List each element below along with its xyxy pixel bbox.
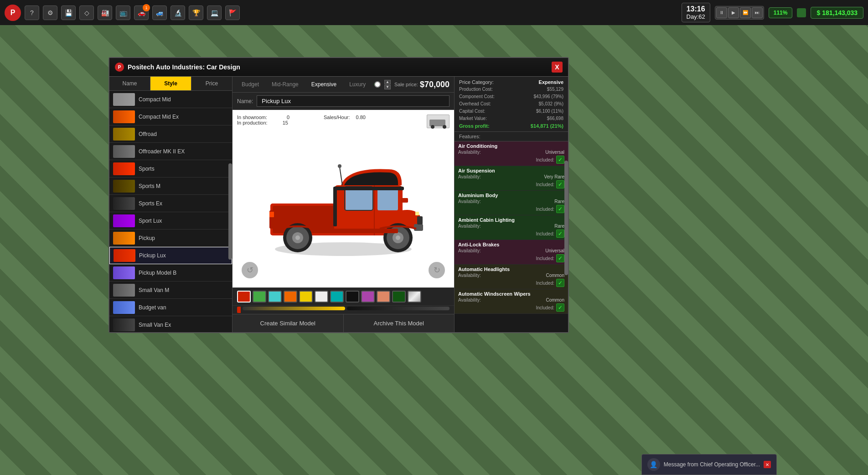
list-item[interactable]: Small Van M [109,282,232,299]
features-scrollbar-thumb[interactable] [564,161,568,275]
included-check[interactable]: ✓ [556,303,564,312]
color-black[interactable] [346,291,359,303]
color-red[interactable] [237,291,251,303]
included-label: Included: [536,157,554,162]
color-green[interactable] [253,291,266,303]
feature-name: Automatic Windscreen Wipers [458,291,564,297]
list-item[interactable]: Compact Mid Ex [109,108,232,125]
list-item[interactable]: Sports M [109,177,232,195]
brightness-slider[interactable] [347,307,450,310]
list-item[interactable]: Pickup [109,230,232,247]
expensive-tab[interactable]: Expensive [307,79,341,89]
car-name-label: Budget van [139,304,166,311]
archive-model-button[interactable]: Archive This Model [344,314,455,332]
marketing-button[interactable]: 🚗 1 [134,5,149,20]
color-cyan[interactable] [268,291,282,303]
features-section-label: Features: [455,132,568,141]
car-showroom-info: In showroom: 0 In production: 15 [237,115,289,125]
included-check[interactable]: ✓ [556,205,564,213]
included-check[interactable]: ✓ [556,156,564,164]
tab-price[interactable]: Price [191,77,232,90]
notification-close-button[interactable]: ✕ [764,461,771,468]
help-button[interactable]: ? [25,5,39,20]
list-item[interactable]: Offroader MK II EX [109,143,232,160]
feature-aluminium-body: Aluminium Body Availability: Rare Includ… [455,191,568,215]
car-name-label: Offroader MK II EX [139,148,185,155]
research-button[interactable]: 🔬 [170,5,185,20]
trophy-button[interactable]: 🏆 [189,5,203,20]
list-item[interactable]: Compact Mid [109,91,232,108]
feature-air-conditioning: Air Conditioning Availability: Universal… [455,141,568,166]
luxury-tab[interactable]: Luxury [345,79,370,89]
feature-auto-wipers: Automatic Windscreen Wipers Availability… [455,289,568,314]
fast-forward-button[interactable]: ⏩ [740,7,751,18]
included-check[interactable]: ✓ [556,180,564,188]
app-logo-icon[interactable]: P [5,5,21,21]
availability-value: Universal [545,248,564,253]
included-check[interactable]: ✓ [556,279,564,287]
price-down-arrow[interactable]: ▼ [384,85,391,89]
car-name-label: Small Van Ex [139,322,171,328]
availability-value: Very Rare [544,174,564,179]
mid-range-tab[interactable]: Mid-Range [267,79,303,89]
svg-rect-26 [316,229,398,233]
monitor-button[interactable]: 💻 [207,5,222,20]
tab-name[interactable]: Name [109,77,150,90]
price-row: Budget Mid-Range Expensive Luxury ▲ ▼ Sa… [232,77,454,93]
production-cost-label: Production Cost: [459,86,493,93]
color-teal[interactable] [330,291,344,303]
gross-profit-label: Gross profit: [459,123,490,129]
settings-button[interactable]: ⚙ [43,5,57,20]
svg-rect-4 [346,188,373,210]
color-metallic[interactable] [408,291,421,303]
included-check[interactable]: ✓ [556,254,564,262]
rotate-right-button[interactable]: ↻ [429,262,445,278]
svg-rect-12 [269,212,274,217]
list-item[interactable]: Sports [109,160,232,177]
color-yellow[interactable] [299,291,313,303]
slider-handle-left [237,307,241,313]
price-up-arrow[interactable]: ▲ [384,80,391,84]
overhead-cost-row: Overhead Cost: $5,032 (9%) [459,100,563,108]
scrollbar-thumb[interactable] [228,163,232,260]
list-item[interactable]: Sports Ex [109,195,232,212]
factory-button[interactable]: 🏭 [98,5,112,20]
car-thumbnail [113,318,135,331]
color-salmon[interactable] [377,291,390,303]
design-button[interactable]: ◇ [79,5,94,20]
price-category-label: Price Category: [459,79,494,85]
hue-slider[interactable] [243,307,345,310]
fastest-button[interactable]: ⏭ [752,7,763,18]
flag-button[interactable]: 🚩 [225,5,240,20]
color-white[interactable] [315,291,328,303]
list-item[interactable]: Budget van [109,299,232,316]
tab-style[interactable]: Style [150,77,191,90]
car-design-button[interactable]: 🚙 [152,5,167,20]
availability-label: Availability: [458,273,481,278]
pause-button[interactable]: ⏸ [716,7,727,18]
color-darkgreen[interactable] [392,291,406,303]
price-slider-thumb[interactable] [374,81,381,88]
dialog-close-button[interactable]: X [552,62,563,73]
create-similar-button[interactable]: Create Similar Model [232,314,344,332]
budget-tab[interactable]: Budget [237,79,264,89]
save-button[interactable]: 💾 [61,5,76,20]
svg-point-29 [443,125,446,129]
included-check[interactable]: ✓ [556,230,564,238]
price-slider[interactable] [374,80,381,89]
list-item-pickup-lux[interactable]: Pickup Lux [109,247,232,264]
list-item[interactable]: Sport Lux [109,212,232,230]
color-purple[interactable] [361,291,375,303]
car-thumbnail [113,214,135,227]
list-item[interactable]: Pickup Model B [109,264,232,282]
play-button[interactable]: ▶ [728,7,739,18]
list-item[interactable]: Small Van Ex [109,316,232,332]
list-item[interactable]: Offroad [109,125,232,143]
color-orange[interactable] [284,291,297,303]
notification-text: Message from Chief Operating Officer... [664,461,760,468]
availability-label: Availability: [458,174,481,179]
rotate-left-button[interactable]: ↺ [242,262,258,278]
car-thumbnail [113,284,135,297]
tv-button[interactable]: 📺 [116,5,130,20]
car-name-input[interactable]: Pickup Lux [257,95,450,107]
